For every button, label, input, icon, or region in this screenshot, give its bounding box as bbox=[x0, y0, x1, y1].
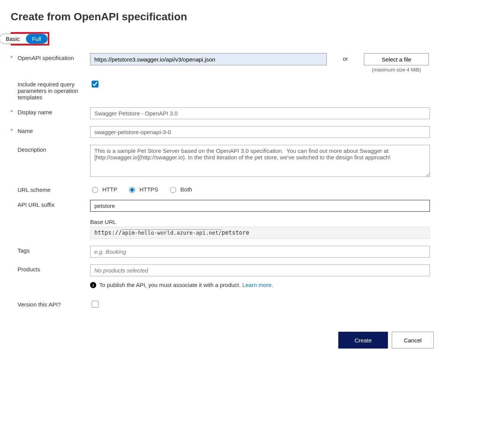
label-api-url-suffix: API URL suffix bbox=[18, 200, 90, 208]
dialog-footer: Create Cancel bbox=[11, 332, 434, 349]
label-version-api: Version this API? bbox=[18, 300, 90, 308]
required-marker: * bbox=[11, 53, 18, 61]
max-size-hint: (maximum size 4 MiB) bbox=[372, 67, 421, 73]
label-include-required: Include required query parameters in ope… bbox=[18, 79, 90, 101]
label-url-scheme: URL scheme bbox=[18, 185, 90, 193]
label-tags: Tags bbox=[18, 246, 90, 254]
select-file-button[interactable]: Select a file bbox=[364, 53, 429, 65]
url-scheme-radio-group: HTTP HTTPS Both bbox=[90, 185, 430, 193]
radio-both[interactable] bbox=[170, 187, 176, 193]
base-url-suffix: petstore bbox=[222, 229, 249, 236]
label-name: Name bbox=[18, 126, 90, 134]
create-button[interactable]: Create bbox=[338, 332, 388, 349]
info-icon: i bbox=[90, 282, 96, 288]
base-url-host: apim-hello-world.azure-api.net/ bbox=[122, 229, 221, 236]
radio-both-label: Both bbox=[180, 186, 192, 193]
openapi-spec-input[interactable] bbox=[90, 53, 327, 65]
tags-input[interactable] bbox=[90, 246, 430, 258]
base-url-display: https://apim-hello-world.azure-api.net/p… bbox=[90, 227, 430, 239]
radio-http-label: HTTP bbox=[102, 186, 117, 193]
required-marker: * bbox=[11, 126, 18, 134]
or-text: or bbox=[343, 53, 348, 62]
label-display-name: Display name bbox=[18, 107, 90, 115]
view-toggle: Basic Full bbox=[0, 34, 48, 44]
radio-https[interactable] bbox=[129, 187, 135, 193]
include-required-checkbox[interactable] bbox=[92, 81, 99, 88]
toggle-full[interactable]: Full bbox=[26, 34, 47, 44]
label-base-url: Base URL bbox=[90, 219, 430, 225]
learn-more-link[interactable]: Learn more bbox=[242, 282, 271, 288]
base-url-prefix: https:// bbox=[94, 229, 122, 236]
api-url-suffix-input[interactable] bbox=[90, 200, 430, 212]
toggle-basic[interactable]: Basic bbox=[0, 34, 26, 44]
publish-hint: To publish the API, you must associate i… bbox=[99, 282, 242, 288]
label-description: Description bbox=[18, 145, 90, 153]
version-api-checkbox[interactable] bbox=[92, 301, 99, 308]
cancel-button[interactable]: Cancel bbox=[392, 332, 434, 349]
display-name-input[interactable] bbox=[90, 107, 430, 119]
toggle-highlight: Basic Full bbox=[11, 32, 49, 45]
radio-http[interactable] bbox=[92, 187, 98, 193]
radio-https-label: HTTPS bbox=[139, 186, 158, 193]
label-products: Products bbox=[18, 264, 90, 272]
name-input[interactable] bbox=[90, 126, 430, 138]
label-openapi-spec: OpenAPI specification bbox=[18, 53, 90, 61]
description-textarea[interactable]: This is a sample Pet Store Server based … bbox=[90, 145, 430, 177]
page-title: Create from OpenAPI specification bbox=[11, 11, 493, 23]
products-input[interactable] bbox=[90, 264, 430, 276]
required-marker: * bbox=[11, 107, 18, 115]
